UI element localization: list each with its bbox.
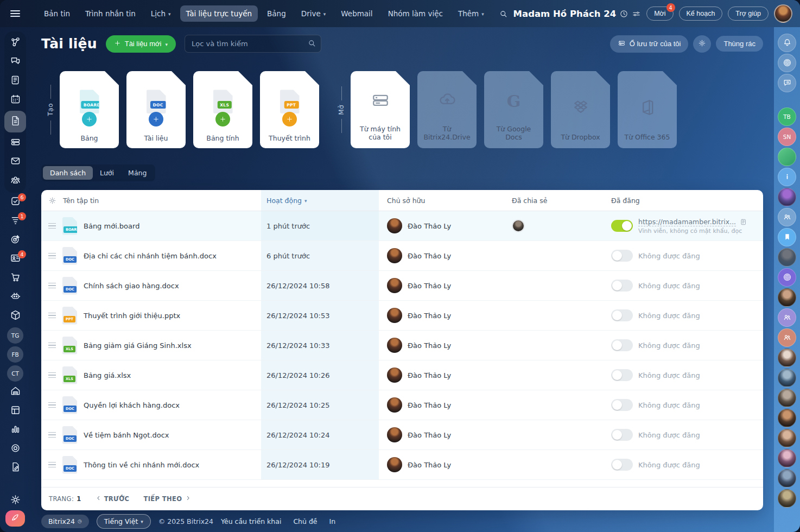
open-card-office[interactable]: Từ Office 365 (618, 71, 677, 148)
file-name[interactable]: Địa chỉ các chi nhánh tiệm bánh.docx (84, 252, 217, 260)
help-button[interactable]: Trợ giúp (728, 7, 769, 21)
chat-people-purple[interactable] (778, 308, 796, 327)
file-name[interactable]: Quyền lợi khách hàng.docx (84, 401, 180, 409)
footer-link[interactable]: In (329, 517, 336, 525)
nav-item-lịch[interactable]: Lịch▾ (145, 5, 177, 22)
sliders-icon[interactable] (632, 9, 641, 18)
invite-button[interactable]: Mời 4 (646, 7, 673, 21)
sidebar-item-contact-center[interactable]: 4 (4, 250, 26, 269)
publish-toggle[interactable] (611, 429, 633, 441)
publish-toggle[interactable] (611, 399, 633, 411)
user-avatar[interactable] (774, 4, 792, 23)
hamburger-menu-icon[interactable] (0, 9, 30, 18)
nav-item-trình-nhắn-tin[interactable]: Trình nhắn tin (79, 5, 142, 22)
sidebar-item-workgroups[interactable] (4, 172, 26, 191)
owner-name[interactable]: Đào Thảo Ly (408, 431, 451, 439)
owner-name[interactable]: Đào Thảo Ly (408, 401, 451, 409)
owner-avatar[interactable] (387, 368, 402, 383)
owner-name[interactable]: Đào Thảo Ly (408, 222, 451, 230)
new-document-button[interactable]: Tài liệu mới ▾ (106, 35, 176, 53)
drag-handle-icon[interactable] (48, 402, 56, 408)
col-header-published[interactable]: Đã đăng (604, 197, 763, 205)
table-row[interactable]: BOARDBảng mới.board1 phút trướcĐào Thảo … (41, 211, 763, 241)
sidebar-item-ct-channel[interactable]: CT (4, 364, 26, 383)
sidebar-item-messenger[interactable] (4, 53, 26, 72)
public-link[interactable]: https://madamamber.bitrix... (638, 218, 736, 226)
create-card-ppt[interactable]: PPTThuyết trình (260, 71, 319, 148)
sidebar-item-telegram[interactable]: TG (4, 326, 26, 345)
sidebar-item-drive[interactable] (4, 134, 26, 153)
footer-link[interactable]: Chủ đề (293, 517, 317, 525)
plan-button[interactable]: Kế hoạch (679, 7, 723, 21)
chat-avatar-2[interactable] (778, 248, 796, 267)
drag-handle-icon[interactable] (48, 343, 56, 349)
sidebar-item-tasks[interactable]: 6 (4, 193, 26, 212)
bitrix24-brand-chip[interactable]: Bitrix24◷ (41, 515, 89, 528)
file-name[interactable]: Chính sách giao hàng.docx (84, 282, 179, 290)
table-row[interactable]: XLSBảng giảm giá Giáng Sinh.xlsx26/12/20… (41, 331, 763, 360)
file-name[interactable]: Về tiệm bánh Ngọt.docx (84, 431, 169, 439)
table-row[interactable]: DOCQuyền lợi khách hàng.docx26/12/2024 1… (41, 390, 763, 420)
owner-name[interactable]: Đào Thảo Ly (408, 312, 451, 320)
owner-name[interactable]: Đào Thảo Ly (408, 341, 451, 350)
chat-avatar-10[interactable] (778, 469, 796, 487)
column-settings-gear-icon[interactable] (48, 197, 56, 205)
clock-icon[interactable] (619, 9, 628, 18)
open-card-dropbox[interactable]: Từ Dropbox (551, 71, 610, 148)
drag-handle-icon[interactable] (48, 432, 56, 438)
table-row[interactable]: DOCĐịa chỉ các chi nhánh tiệm bánh.docx6… (41, 241, 763, 271)
chat-sn[interactable]: SN (778, 128, 796, 146)
sidebar-item-news[interactable] (4, 72, 26, 91)
owner-avatar[interactable] (387, 338, 402, 353)
info-icon[interactable] (778, 168, 796, 186)
chat-sync-icon[interactable] (778, 74, 796, 92)
shared-user-avatar[interactable] (512, 219, 525, 232)
nav-item-bản-tin[interactable]: Bản tin (38, 5, 76, 22)
col-header-name[interactable]: Tên tập tin (63, 197, 99, 205)
view-tab-danh-sách[interactable]: Danh sách (43, 166, 93, 180)
bookmark-icon[interactable] (778, 228, 796, 246)
file-name[interactable]: Thuyết trình giới thiệu.pptx (84, 312, 180, 320)
owner-avatar[interactable] (387, 397, 402, 413)
nav-item-nhóm-làm-việc[interactable]: Nhóm làm việc (382, 5, 449, 22)
col-header-owner[interactable]: Chủ sở hữu (379, 197, 504, 205)
owner-avatar[interactable] (387, 457, 402, 472)
chat-avatar-6[interactable] (778, 389, 796, 407)
my-storage-button[interactable]: Ổ lưu trữ của tôi (610, 35, 689, 53)
drag-handle-icon[interactable] (48, 462, 56, 468)
chat-avatar-4[interactable] (778, 349, 796, 367)
owner-name[interactable]: Đào Thảo Ly (408, 252, 451, 260)
sidebar-item-calendar[interactable] (4, 91, 26, 110)
file-name[interactable]: Bảng giá.xlsx (84, 371, 131, 379)
open-card-computer[interactable]: Từ máy tính của tôi (351, 71, 410, 148)
chat-doc[interactable] (778, 148, 796, 166)
sidebar-item-crm[interactable]: 1 (4, 212, 26, 231)
publish-toggle[interactable] (611, 459, 633, 471)
nav-item-tài-liệu-trực-tuyến[interactable]: Tài liệu trực tuyến (180, 5, 258, 22)
owner-avatar[interactable] (387, 218, 402, 233)
owner-avatar[interactable] (387, 427, 402, 442)
footer-link[interactable]: Yêu cầu triển khai (221, 517, 281, 525)
drag-handle-icon[interactable] (48, 372, 56, 378)
nav-item-drive[interactable]: Drive▾ (295, 5, 332, 22)
drag-handle-icon[interactable] (48, 223, 56, 229)
publish-toggle[interactable] (611, 369, 633, 381)
chat-avatar-3[interactable] (778, 288, 796, 307)
copilot-icon[interactable] (778, 54, 796, 72)
publish-toggle[interactable] (611, 309, 633, 321)
col-header-activity[interactable]: Hoạt động ▾ (261, 190, 379, 211)
sidebar-item-documents[interactable] (4, 111, 26, 132)
chat-avatar-8[interactable] (778, 429, 796, 447)
drag-handle-icon[interactable] (48, 313, 56, 319)
copy-icon[interactable] (740, 218, 747, 226)
sidebar-item-copilot[interactable] (4, 288, 26, 307)
nav-item-webmail[interactable]: Webmail (335, 5, 378, 22)
company-name[interactable]: Madam Hồ Phách 24 (513, 9, 642, 19)
owner-avatar[interactable] (387, 248, 402, 263)
owner-name[interactable]: Đào Thảo Ly (408, 282, 451, 290)
language-selector[interactable]: Tiếng Việt▾ (97, 514, 151, 529)
create-card-board[interactable]: BOARDBảng (60, 71, 119, 148)
chat-avatar-9[interactable] (778, 449, 796, 467)
view-tab-mảng[interactable]: Mảng (121, 166, 154, 180)
publish-toggle[interactable] (611, 280, 633, 292)
